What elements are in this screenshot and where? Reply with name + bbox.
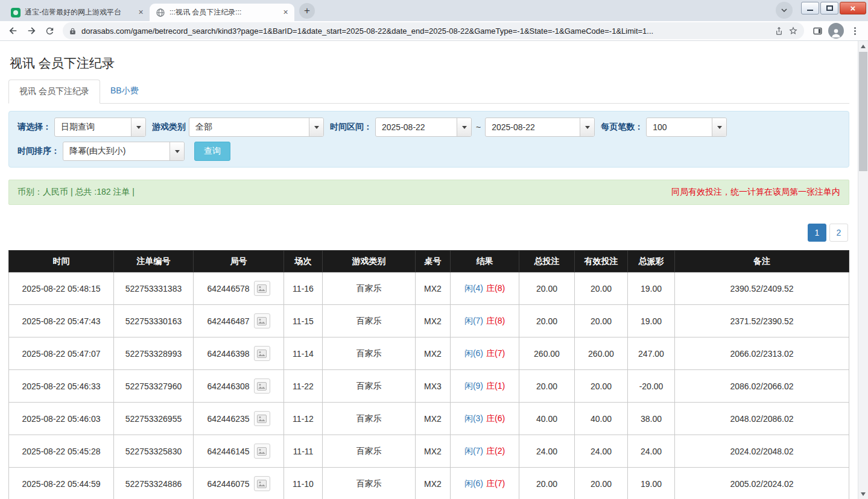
- cell-bet-number: 522753330163: [114, 305, 194, 337]
- result-image-icon[interactable]: [254, 411, 270, 426]
- chevron-down-icon[interactable]: [580, 118, 594, 136]
- cell-total-bet-link[interactable]: 20.00: [519, 305, 575, 337]
- result-image-icon[interactable]: [254, 313, 270, 328]
- result-image-icon[interactable]: [254, 476, 270, 491]
- cell-total-bet-link[interactable]: 40.00: [519, 403, 575, 435]
- scroll-up-arrow-icon[interactable]: [858, 41, 868, 51]
- cell-total-bet-link[interactable]: 24.00: [519, 435, 575, 468]
- tab-search-chevron-icon[interactable]: [776, 2, 793, 19]
- site-favicon-icon: [11, 8, 21, 17]
- bookmark-star-icon[interactable]: [788, 26, 798, 36]
- table-row: 2025-08-22 05:46:33 522753327960 6424463…: [9, 370, 849, 403]
- result-player: 闲(6): [464, 479, 483, 488]
- tab-bet-records[interactable]: 视讯 会员下注纪录: [8, 80, 100, 104]
- result-image-icon[interactable]: [254, 378, 270, 394]
- cell-valid-bet: 24.00: [575, 435, 628, 468]
- cell-note: 2371.52/2390.52: [675, 305, 849, 337]
- forward-button[interactable]: [23, 22, 40, 39]
- cell-result: 闲(3)庄(6): [451, 403, 519, 435]
- tab-close-icon[interactable]: ×: [136, 7, 146, 17]
- refresh-button[interactable]: [41, 22, 58, 39]
- page-button-1[interactable]: 1: [808, 224, 826, 242]
- page-title: 视讯 会员下注纪录: [8, 41, 849, 72]
- cell-round-number: 642446235: [194, 403, 284, 435]
- browser-window: 通宝-信誉最好的网上游戏平台 × :::视讯 会员下注纪录::: × + ×: [0, 0, 868, 499]
- tab-close-icon[interactable]: ×: [280, 7, 291, 17]
- result-image-icon[interactable]: [254, 444, 270, 459]
- result-banker: 庄(7): [486, 348, 505, 358]
- browser-tab-home[interactable]: 通宝-信誉最好的网上游戏平台 ×: [5, 4, 150, 21]
- cell-game-type: 百家乐: [323, 305, 416, 337]
- cell-bet-number: 522753325830: [114, 435, 194, 468]
- result-player: 闲(6): [464, 348, 483, 358]
- column-header-0: 时间: [9, 251, 114, 272]
- cell-game-type: 百家乐: [323, 468, 416, 499]
- cell-table-number: MX2: [416, 435, 451, 468]
- column-header-10: 备注: [675, 251, 849, 272]
- table-row: 2025-08-22 05:46:03 522753326955 6424462…: [9, 403, 849, 435]
- result-image-icon[interactable]: [254, 346, 270, 361]
- back-button[interactable]: [5, 22, 22, 39]
- chevron-down-icon[interactable]: [169, 142, 184, 160]
- sort-order-select[interactable]: 降幂(由大到小): [63, 142, 185, 161]
- cell-total-bet-link[interactable]: 20.00: [519, 272, 575, 305]
- chevron-down-icon[interactable]: [309, 118, 323, 136]
- cell-valid-bet: 260.00: [575, 337, 628, 370]
- chevron-down-icon[interactable]: [457, 118, 471, 136]
- chevron-down-icon[interactable]: [712, 118, 726, 136]
- cell-bet-number: 522753328993: [114, 337, 194, 370]
- game-type-select[interactable]: 全部: [189, 118, 324, 137]
- address-bar[interactable]: dorasabs.com/game/betrecord_search/kind3…: [63, 22, 804, 39]
- summary-bar: 币别：人民币 | 总共 :182 注单 | 同局有效投注，统一计算在该局第一张注…: [8, 180, 849, 205]
- cell-note: 2390.52/2409.52: [675, 272, 849, 305]
- tab-bb-tips[interactable]: BB小费: [100, 80, 149, 104]
- filter-panel: 请选择： 日期查询 游戏类别 全部 时间区间： 2025-08-22 ~ 202: [8, 111, 849, 168]
- scrollbar-thumb[interactable]: [859, 52, 867, 171]
- lock-icon[interactable]: [69, 27, 77, 35]
- cell-valid-bet: 20.00: [575, 468, 628, 499]
- filter-row-1: 请选择： 日期查询 游戏类别 全部 时间区间： 2025-08-22 ~ 202: [17, 118, 840, 137]
- cell-session: 11-11: [284, 435, 323, 468]
- page-size-value: 100: [647, 118, 712, 136]
- cell-note: 2066.02/2313.02: [675, 337, 849, 370]
- maximize-icon: [826, 5, 833, 11]
- cell-total-bet-link[interactable]: 260.00: [519, 337, 575, 370]
- window-maximize-button[interactable]: [820, 2, 838, 14]
- cell-result: 闲(4)庄(8): [451, 272, 519, 305]
- round-number-text: 642446398: [207, 349, 249, 359]
- filter-label-page-size: 每页笔数：: [601, 122, 643, 133]
- cell-total-bet-link[interactable]: 20.00: [519, 468, 575, 499]
- tab-title: 通宝-信誉最好的网上游戏平台: [25, 7, 131, 17]
- query-type-select[interactable]: 日期查询: [54, 118, 146, 137]
- result-player: 闲(7): [464, 316, 483, 325]
- date-end-select[interactable]: 2025-08-22: [485, 118, 595, 137]
- cell-total-bet-link[interactable]: 20.00: [519, 370, 575, 403]
- page-button-2[interactable]: 2: [829, 224, 848, 242]
- side-panel-icon[interactable]: [809, 22, 826, 39]
- chevron-down-icon[interactable]: [131, 118, 145, 136]
- menu-dots-icon[interactable]: [846, 22, 863, 39]
- profile-avatar[interactable]: [828, 23, 844, 39]
- cell-time: 2025-08-22 05:48:15: [9, 272, 114, 305]
- new-tab-button[interactable]: +: [299, 3, 315, 19]
- share-icon[interactable]: [775, 27, 784, 36]
- cell-round-number: 642446145: [194, 435, 284, 468]
- page-size-select[interactable]: 100: [646, 118, 727, 137]
- result-image-icon[interactable]: [254, 281, 270, 296]
- query-button[interactable]: 查询: [194, 142, 230, 161]
- browser-tab-bet-records[interactable]: :::视讯 会员下注纪录::: ×: [150, 4, 294, 21]
- vertical-scrollbar[interactable]: [858, 41, 868, 499]
- filter-label-game-type: 游戏类别: [152, 122, 186, 133]
- window-close-button[interactable]: ×: [840, 2, 866, 14]
- url-text[interactable]: dorasabs.com/game/betrecord_search/kind3…: [81, 27, 770, 36]
- window-buttons: ×: [801, 2, 866, 14]
- cell-result: 闲(7)庄(2): [451, 435, 519, 468]
- window-minimize-button[interactable]: [801, 2, 819, 14]
- cell-table-number: MX3: [416, 370, 451, 403]
- cell-bet-number: 522753331383: [114, 272, 194, 305]
- cell-result: 闲(6)庄(7): [451, 468, 519, 499]
- cell-result: 闲(9)庄(1): [451, 370, 519, 403]
- round-number-text: 642446075: [207, 479, 249, 489]
- date-start-select[interactable]: 2025-08-22: [375, 118, 472, 137]
- scroll-down-arrow-icon[interactable]: [858, 489, 868, 499]
